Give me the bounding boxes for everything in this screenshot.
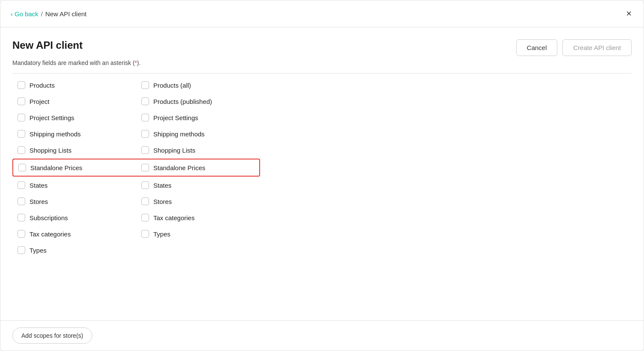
list-item: Shopping Lists xyxy=(136,142,260,158)
stores-checkbox-left[interactable] xyxy=(18,198,25,205)
standalone-prices-label-left: Standalone Prices xyxy=(30,164,82,171)
types-checkbox-left[interactable] xyxy=(18,246,25,254)
back-label: Go back xyxy=(15,10,38,18)
subtitle-part1: Mandatory fields are marked with an aste… xyxy=(12,59,135,66)
shopping-lists-checkbox-right[interactable] xyxy=(141,146,149,154)
breadcrumb-current: New API client xyxy=(45,10,87,18)
standalone-prices-label-right: Standalone Prices xyxy=(153,164,205,171)
list-item: Types xyxy=(136,226,260,242)
products-all-label-right: Products (all) xyxy=(153,82,191,89)
shipping-methods-label-left: Shipping methods xyxy=(29,130,81,138)
list-item: Tax categories xyxy=(136,209,260,226)
list-item: Subscriptions xyxy=(12,209,136,226)
modal: ‹ Go back / New API client × New API cli… xyxy=(0,0,644,351)
project-settings-label-right: Project Settings xyxy=(153,114,198,121)
list-item: Project xyxy=(12,93,136,109)
list-item: Shipping methods xyxy=(136,126,260,142)
types-checkbox-right[interactable] xyxy=(141,230,149,238)
stores-checkbox-right[interactable] xyxy=(141,198,149,205)
list-item: Products (all) xyxy=(136,77,260,93)
states-checkbox-right[interactable] xyxy=(141,181,149,189)
breadcrumb-separator: / xyxy=(41,10,43,18)
list-item: Stores xyxy=(12,193,136,209)
list-item: Project Settings xyxy=(12,109,136,126)
list-item: States xyxy=(12,177,136,193)
types-label-right: Types xyxy=(153,230,170,238)
right-column: Products (all) Products (published) Proj… xyxy=(136,77,260,258)
project-checkbox-left[interactable] xyxy=(18,97,25,105)
states-label-right: States xyxy=(153,182,172,189)
states-checkbox-left[interactable] xyxy=(18,181,25,189)
scopes-columns: Products Project Project Settings Shippi… xyxy=(12,77,632,258)
list-item: Shopping Lists xyxy=(12,142,136,158)
stores-label-left: Stores xyxy=(29,198,48,205)
types-label-left: Types xyxy=(29,247,47,254)
project-settings-checkbox-left[interactable] xyxy=(18,114,25,121)
subscriptions-checkbox-left[interactable] xyxy=(18,214,25,221)
add-scopes-button[interactable]: Add scopes for store(s) xyxy=(12,327,92,344)
standalone-prices-checkbox-left[interactable] xyxy=(18,164,26,171)
list-item: States xyxy=(136,177,260,193)
close-button[interactable]: × xyxy=(624,7,633,20)
shopping-lists-checkbox-left[interactable] xyxy=(18,146,25,154)
products-all-checkbox-right[interactable] xyxy=(141,81,149,89)
standalone-prices-checkbox-right[interactable] xyxy=(141,164,149,171)
list-item: Tax categories xyxy=(12,226,136,242)
tax-categories-checkbox-right[interactable] xyxy=(141,214,149,221)
tax-categories-label-left: Tax categories xyxy=(29,230,71,238)
list-item: Types xyxy=(12,242,136,258)
page-title: New API client xyxy=(12,39,82,51)
subtitle-text: Mandatory fields are marked with an aste… xyxy=(12,59,632,66)
subscriptions-label-left: Subscriptions xyxy=(29,214,68,221)
tax-categories-checkbox-left[interactable] xyxy=(18,230,25,238)
shopping-lists-label-left: Shopping Lists xyxy=(29,147,71,154)
tax-categories-label-right: Tax categories xyxy=(153,214,195,221)
go-back-link[interactable]: ‹ Go back xyxy=(11,10,38,18)
project-label-left: Project xyxy=(29,98,50,105)
products-checkbox-left[interactable] xyxy=(18,81,25,89)
scopes-area: Products Project Project Settings Shippi… xyxy=(12,73,632,313)
shipping-methods-checkbox-left[interactable] xyxy=(18,130,25,138)
states-label-left: States xyxy=(29,182,48,189)
left-column: Products Project Project Settings Shippi… xyxy=(12,77,136,258)
chevron-left-icon: ‹ xyxy=(11,10,13,18)
breadcrumb: ‹ Go back / New API client xyxy=(11,10,87,18)
shipping-methods-label-right: Shipping methods xyxy=(153,130,205,138)
standalone-prices-row-left: Standalone Prices xyxy=(12,159,136,177)
title-row: New API client Cancel Create API client xyxy=(12,39,632,56)
shopping-lists-label-right: Shopping Lists xyxy=(153,147,195,154)
action-buttons: Cancel Create API client xyxy=(516,39,632,56)
products-published-checkbox-right[interactable] xyxy=(141,97,149,105)
modal-header: ‹ Go back / New API client × xyxy=(0,0,644,27)
modal-body: New API client Cancel Create API client … xyxy=(0,27,644,320)
create-api-client-button[interactable]: Create API client xyxy=(562,39,632,56)
list-item: Shipping methods xyxy=(12,126,136,142)
modal-footer: Add scopes for store(s) xyxy=(0,320,644,351)
project-settings-label-left: Project Settings xyxy=(29,114,74,121)
stores-label-right: Stores xyxy=(153,198,172,205)
list-item: Project Settings xyxy=(136,109,260,126)
list-item: Products xyxy=(12,77,136,93)
list-item: Stores xyxy=(136,193,260,209)
standalone-prices-row-right: Standalone Prices xyxy=(136,159,260,177)
products-published-label-right: Products (published) xyxy=(153,98,212,105)
subtitle-part2: ). xyxy=(137,59,141,66)
shipping-methods-checkbox-right[interactable] xyxy=(141,130,149,138)
project-settings-checkbox-right[interactable] xyxy=(141,114,149,121)
list-item: Products (published) xyxy=(136,93,260,109)
products-label-left: Products xyxy=(29,82,55,89)
cancel-button[interactable]: Cancel xyxy=(516,39,558,56)
